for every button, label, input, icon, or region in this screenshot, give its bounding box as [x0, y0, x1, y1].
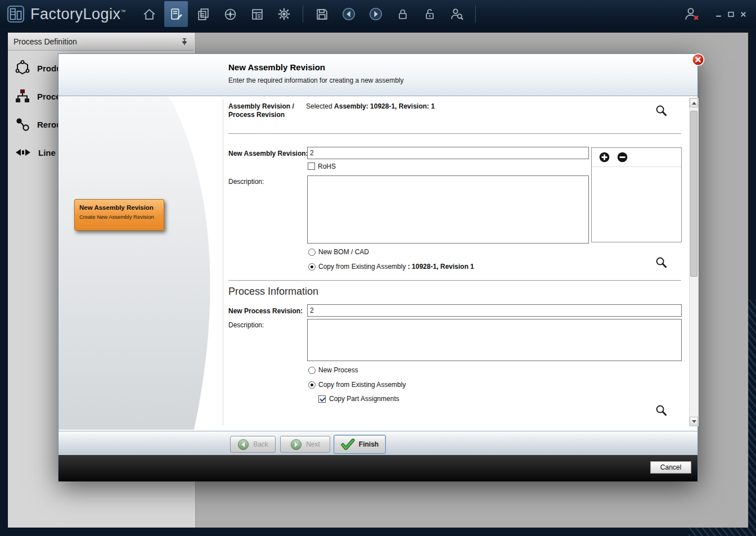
- trademark-symbol: ™: [121, 9, 127, 15]
- wizard-sidebar: [58, 96, 223, 430]
- back-button[interactable]: Back: [230, 436, 276, 453]
- rohs-label: RoHS: [318, 163, 336, 170]
- lock-icon[interactable]: [391, 1, 415, 27]
- main-toolbar: [137, 1, 479, 27]
- dialog-subtitle: Enter the required information for creat…: [228, 76, 404, 84]
- scrollbar-thumb[interactable]: [690, 111, 698, 277]
- app-title-text: FactoryLogix: [30, 6, 121, 22]
- dialog-close-button[interactable]: [691, 53, 705, 66]
- toolbar-separator: [303, 6, 303, 22]
- process-description-textarea[interactable]: [307, 319, 682, 361]
- scroll-up-button[interactable]: [690, 98, 698, 107]
- copy-from-existing-assembly-label: Copy from Existing Assembly : 10928-1, R…: [318, 263, 474, 271]
- back-arrow-icon: [237, 439, 249, 451]
- copy-from-existing-assembly-radio[interactable]: [308, 263, 316, 271]
- process-copy-from-existing-radio[interactable]: [308, 381, 316, 389]
- finish-check-icon: [341, 439, 355, 450]
- process-copy-from-existing-label: Copy from Existing Assembly: [318, 381, 406, 389]
- pin-icon[interactable]: [181, 38, 188, 46]
- new-assembly-revision-input[interactable]: [307, 147, 589, 159]
- redo-icon[interactable]: [364, 1, 388, 27]
- process-description-label: Description:: [228, 321, 264, 329]
- save-icon[interactable]: [310, 1, 334, 27]
- process-search-icon[interactable]: [654, 403, 668, 417]
- attachments-list[interactable]: [592, 167, 681, 242]
- logoff-lock-icon[interactable]: [418, 1, 442, 27]
- selected-prefix: Selected: [306, 102, 334, 110]
- remove-icon[interactable]: [617, 152, 628, 163]
- process-definition-icon[interactable]: [164, 1, 188, 27]
- maximize-button[interactable]: [727, 11, 735, 18]
- navigation-icon[interactable]: [218, 1, 242, 27]
- wizard-curve: [58, 96, 223, 430]
- minimize-button[interactable]: [715, 11, 722, 18]
- wizard-step-card: New Assembly Revision Create New Assembl…: [74, 199, 164, 231]
- new-process-revision-label: New Process Revision:: [228, 307, 303, 315]
- reports-icon[interactable]: [245, 1, 269, 27]
- content-divider-line: [223, 99, 223, 425]
- assembly-search-icon[interactable]: [654, 103, 668, 117]
- new-bom-cad-label: New BOM / CAD: [318, 248, 369, 256]
- cancel-button[interactable]: Cancel: [650, 461, 691, 474]
- next-arrow-icon: [290, 439, 302, 451]
- new-assembly-revision-label: New Assembly Revision:: [228, 150, 308, 157]
- selected-assembly-value: Assembly: 10928-1, Revision: 1: [334, 102, 435, 110]
- undo-icon[interactable]: [337, 1, 361, 27]
- new-bom-cad-radio[interactable]: [308, 249, 316, 256]
- scroll-down-button[interactable]: [690, 417, 698, 426]
- assembly-description-textarea[interactable]: [307, 175, 589, 244]
- panel-title: Process Definition: [14, 37, 77, 46]
- copy-part-assignments-label: Copy Part Assignments: [329, 395, 399, 403]
- wizard-step-subtitle: Create New Assembly Revision: [79, 214, 159, 220]
- new-process-revision-input[interactable]: [307, 304, 682, 317]
- assembly-section-label-line2: Process Revision: [228, 111, 285, 119]
- app-logo-icon: [7, 5, 25, 23]
- templates-icon[interactable]: [191, 1, 215, 27]
- copy-part-assignments-checkbox[interactable]: [318, 395, 326, 403]
- wizard-step-title: New Assembly Revision: [79, 204, 159, 211]
- attachments-box: [591, 147, 682, 242]
- add-icon[interactable]: [599, 152, 610, 163]
- selected-assembly-text: Selected Assembly: 10928-1, Revision: 1: [306, 102, 435, 110]
- new-assembly-revision-dialog: New Assembly Revision Enter the required…: [58, 53, 698, 481]
- home-icon[interactable]: [137, 1, 161, 27]
- window-controls: [683, 6, 756, 22]
- settings-gear-icon[interactable]: [272, 1, 296, 27]
- copy-assembly-search-icon[interactable]: [654, 255, 668, 269]
- new-process-label: New Process: [318, 366, 358, 374]
- dialog-footer: Back Next Finish: [58, 431, 698, 455]
- copy-label-text: Copy from Existing Assembly: [318, 263, 408, 271]
- finish-button-label: Finish: [359, 440, 379, 448]
- section-divider: [228, 280, 681, 281]
- back-button-label: Back: [253, 440, 268, 448]
- dialog-header: New Assembly Revision Enter the required…: [58, 54, 698, 96]
- next-button-label: Next: [306, 440, 320, 448]
- close-window-button[interactable]: [740, 11, 747, 18]
- panel-header: Process Definition: [8, 33, 194, 51]
- logout-user-icon[interactable]: [683, 6, 700, 22]
- user-search-icon[interactable]: [445, 1, 469, 27]
- section-divider: [228, 133, 681, 134]
- finish-button[interactable]: Finish: [334, 435, 386, 454]
- vertical-scrollbar[interactable]: [689, 98, 699, 426]
- next-button[interactable]: Next: [280, 436, 330, 453]
- dialog-bottom-strip: Cancel: [58, 455, 698, 481]
- assembly-description-label: Description:: [228, 178, 264, 186]
- assembly-section-label-line1: Assembly Revision /: [228, 102, 294, 110]
- app-title: FactoryLogix™: [30, 6, 126, 23]
- rohs-checkbox[interactable]: [308, 163, 315, 170]
- process-information-heading: Process Information: [228, 286, 318, 298]
- new-process-radio[interactable]: [308, 367, 316, 374]
- titlebar: FactoryLogix™: [0, 0, 756, 28]
- toolbar-separator: [475, 6, 476, 22]
- attachments-toolbar: [592, 148, 681, 167]
- dialog-title: New Assembly Revision: [228, 62, 325, 72]
- copy-label-value: : 10928-1, Revision 1: [408, 263, 474, 271]
